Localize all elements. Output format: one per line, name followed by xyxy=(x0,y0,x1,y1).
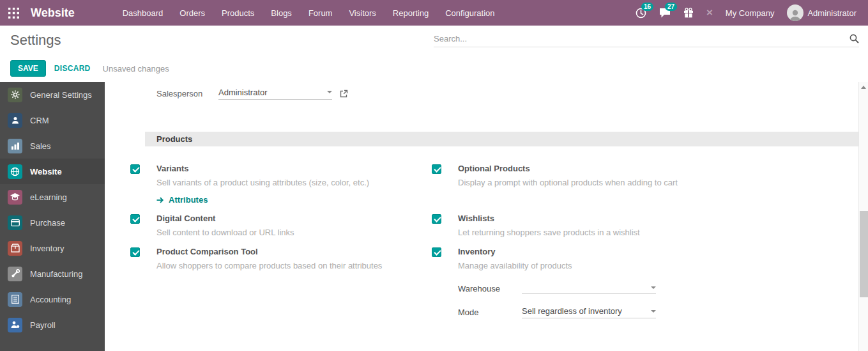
menu-visitors[interactable]: Visitors xyxy=(340,0,384,26)
search-input[interactable] xyxy=(434,34,849,43)
sidebar-label: Purchase xyxy=(30,218,65,228)
rewards-icon[interactable] xyxy=(683,8,694,18)
salesperson-select[interactable]: Administrator xyxy=(218,88,332,100)
menu-dashboard[interactable]: Dashboard xyxy=(114,0,172,26)
setting-variants: Variants Sell variants of a product usin… xyxy=(130,164,432,205)
apps-grid-icon[interactable] xyxy=(0,0,27,26)
sidebar-item-purchase[interactable]: Purchase xyxy=(0,210,105,235)
crm-icon xyxy=(8,113,22,128)
app-title[interactable]: Website xyxy=(31,6,75,20)
top-menu: Dashboard Orders Products Blogs Forum Vi… xyxy=(114,0,503,26)
products-section-header: Products xyxy=(145,132,858,146)
menu-blogs[interactable]: Blogs xyxy=(263,0,300,26)
settings-sidebar: General Settings CRM Sales Website eLear… xyxy=(0,82,105,351)
sidebar-item-accounting[interactable]: Accounting xyxy=(0,286,105,312)
sidebar-label: eLearning xyxy=(30,192,67,202)
product-comparison-checkbox[interactable] xyxy=(130,247,140,257)
attributes-link[interactable]: Attributes xyxy=(156,195,369,205)
setting-desc: Display a prompt with optional products … xyxy=(458,177,678,188)
user-name: Administrator xyxy=(807,8,857,18)
warehouse-label: Warehouse xyxy=(458,284,522,293)
vertical-scrollbar[interactable] xyxy=(858,82,868,351)
gift-icon xyxy=(683,8,694,18)
chevron-down-icon xyxy=(651,286,656,289)
setting-title: Digital Content xyxy=(156,214,294,223)
setting-desc: Manage availability of products xyxy=(458,260,656,271)
setting-product-comparison: Product Comparison Tool Allow shoppers t… xyxy=(130,247,432,318)
digital-content-checkbox[interactable] xyxy=(130,214,140,224)
chevron-down-icon xyxy=(651,310,656,313)
scrollbar-up-arrow[interactable] xyxy=(859,82,868,92)
top-navbar: Website Dashboard Orders Products Blogs … xyxy=(0,0,868,26)
sidebar-item-elearning[interactable]: eLearning xyxy=(0,184,105,210)
sidebar-label: Payroll xyxy=(30,320,56,330)
support-icon[interactable]: × xyxy=(706,8,713,18)
mode-value: Sell regardless of inventory xyxy=(522,306,622,316)
sidebar-item-general-settings[interactable]: General Settings xyxy=(0,82,105,107)
search-icon[interactable] xyxy=(849,34,859,43)
scrollbar-thumb[interactable] xyxy=(860,211,868,297)
inventory-checkbox[interactable] xyxy=(432,247,441,257)
user-avatar xyxy=(787,4,803,21)
control-panel-buttons: SAVE DISCARD Unsaved changes xyxy=(0,55,868,82)
salesperson-value: Administrator xyxy=(218,88,268,97)
sidebar-label: CRM xyxy=(30,116,49,125)
sidebar-item-inventory[interactable]: Inventory xyxy=(0,235,105,261)
settings-grid: Variants Sell variants of a product usin… xyxy=(130,164,858,327)
sidebar-item-manufacturing[interactable]: Manufacturing xyxy=(0,261,105,286)
sidebar-item-website[interactable]: Website xyxy=(0,159,105,184)
menu-reporting[interactable]: Reporting xyxy=(385,0,437,26)
external-link-icon[interactable] xyxy=(340,90,348,98)
warehouse-select[interactable] xyxy=(522,283,656,294)
setting-digital-content: Digital Content Sell content to download… xyxy=(130,214,432,238)
arrow-right-icon xyxy=(156,197,164,203)
setting-inventory: Inventory Manage availability of product… xyxy=(432,247,839,318)
sidebar-label: Manufacturing xyxy=(30,269,82,279)
sidebar-label: Accounting xyxy=(30,295,71,304)
sidebar-item-payroll[interactable]: Payroll xyxy=(0,312,105,338)
save-button[interactable]: SAVE xyxy=(10,60,46,77)
setting-desc: Allow shoppers to compare products based… xyxy=(156,260,382,271)
warehouse-field-row: Warehouse xyxy=(458,283,656,294)
setting-optional-products: Optional Products Display a prompt with … xyxy=(432,164,839,205)
setting-desc: Sell content to download or URL links xyxy=(156,227,294,238)
ledger-icon xyxy=(8,292,22,307)
graduation-cap-icon xyxy=(8,190,22,205)
setting-desc: Let returning shoppers save products in … xyxy=(458,227,640,238)
setting-title: Product Comparison Tool xyxy=(156,247,382,256)
activities-icon[interactable]: 16 xyxy=(636,8,646,19)
wrench-icon xyxy=(8,267,22,281)
attributes-link-label: Attributes xyxy=(169,195,208,205)
payroll-person-icon xyxy=(8,318,22,332)
wishlists-checkbox[interactable] xyxy=(432,214,441,224)
setting-title: Wishlists xyxy=(458,214,640,223)
menu-products[interactable]: Products xyxy=(213,0,263,26)
company-switcher[interactable]: My Company xyxy=(726,8,775,18)
setting-title: Variants xyxy=(156,164,369,173)
salesperson-label: Salesperson xyxy=(156,89,218,98)
sidebar-label: Sales xyxy=(30,141,51,151)
mode-select[interactable]: Sell regardless of inventory xyxy=(522,306,656,318)
messages-icon[interactable]: 27 xyxy=(659,8,671,18)
setting-title: Optional Products xyxy=(458,164,678,173)
optional-products-checkbox[interactable] xyxy=(432,164,441,174)
salesperson-field-row: Salesperson Administrator xyxy=(156,86,858,101)
activities-badge: 16 xyxy=(641,3,653,11)
settings-main-panel: Salesperson Administrator Products Varia… xyxy=(105,82,858,351)
menu-orders[interactable]: Orders xyxy=(171,0,213,26)
messages-badge: 27 xyxy=(665,3,677,11)
variants-checkbox[interactable] xyxy=(130,164,140,174)
user-menu[interactable]: Administrator xyxy=(787,4,857,21)
chevron-down-icon xyxy=(327,91,332,93)
menu-configuration[interactable]: Configuration xyxy=(437,0,503,26)
search-box xyxy=(434,34,859,47)
sidebar-label: Inventory xyxy=(30,244,64,253)
sidebar-item-crm[interactable]: CRM xyxy=(0,107,105,133)
content-area: General Settings CRM Sales Website eLear… xyxy=(0,82,868,351)
mode-field-row: Mode Sell regardless of inventory xyxy=(458,306,656,318)
unsaved-changes-label: Unsaved changes xyxy=(103,64,169,74)
sidebar-item-sales[interactable]: Sales xyxy=(0,133,105,159)
menu-forum[interactable]: Forum xyxy=(300,0,341,26)
discard-button[interactable]: DISCARD xyxy=(54,64,91,73)
chart-bars-icon xyxy=(8,139,22,153)
